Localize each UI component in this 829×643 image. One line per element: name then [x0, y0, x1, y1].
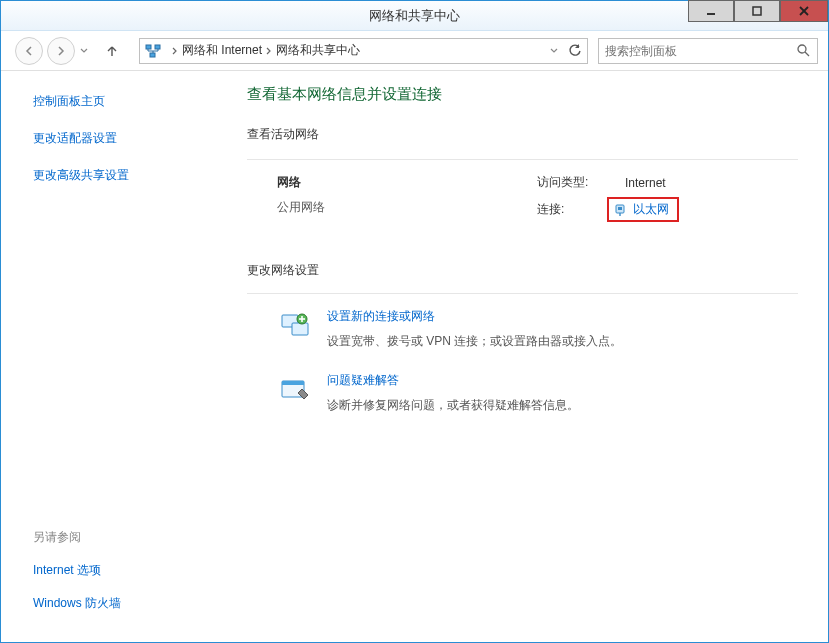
- ethernet-link-label: 以太网: [633, 201, 669, 218]
- access-type-label: 访问类型:: [537, 174, 607, 191]
- breadcrumb-item[interactable]: 网络和共享中心: [276, 42, 360, 59]
- ethernet-icon: [613, 203, 627, 217]
- troubleshoot-link[interactable]: 问题疑难解答: [327, 372, 579, 389]
- search-icon: [795, 43, 811, 59]
- ethernet-link[interactable]: 以太网: [607, 197, 679, 222]
- connection-label: 连接:: [537, 201, 607, 218]
- up-button[interactable]: [101, 40, 123, 62]
- forward-button[interactable]: [47, 37, 75, 65]
- setup-connection-link[interactable]: 设置新的连接或网络: [327, 308, 622, 325]
- history-dropdown[interactable]: [77, 47, 91, 55]
- chevron-right-icon: [170, 47, 180, 55]
- svg-point-7: [798, 45, 806, 53]
- active-networks-header: 查看活动网络: [247, 126, 798, 143]
- svg-line-8: [805, 52, 809, 56]
- window-controls: [688, 1, 828, 30]
- svg-rect-18: [282, 381, 304, 385]
- control-panel-home-link[interactable]: 控制面板主页: [33, 93, 215, 110]
- address-bar[interactable]: 网络和 Internet 网络和共享中心: [139, 38, 588, 64]
- change-settings-header: 更改网络设置: [247, 262, 798, 279]
- window-title: 网络和共享中心: [369, 7, 460, 25]
- access-type-value: Internet: [625, 176, 666, 190]
- network-type: 公用网络: [277, 199, 537, 216]
- refresh-button[interactable]: [567, 43, 583, 59]
- advanced-sharing-link[interactable]: 更改高级共享设置: [33, 167, 215, 184]
- svg-rect-6: [150, 53, 155, 57]
- see-also-header: 另请参阅: [33, 529, 215, 546]
- network-icon: [144, 42, 162, 60]
- minimize-button[interactable]: [688, 0, 734, 22]
- setup-connection-desc: 设置宽带、拨号或 VPN 连接；或设置路由器或接入点。: [327, 333, 622, 350]
- search-box[interactable]: [598, 38, 818, 64]
- main-panel: 查看基本网络信息并设置连接 查看活动网络 网络 公用网络 访问类型: Inter…: [229, 71, 828, 642]
- troubleshoot-task: 问题疑难解答 诊断并修复网络问题，或者获得疑难解答信息。: [247, 372, 798, 414]
- active-network: 网络 公用网络 访问类型: Internet 连接:: [247, 174, 798, 228]
- setup-connection-task: 设置新的连接或网络 设置宽带、拨号或 VPN 连接；或设置路由器或接入点。: [247, 308, 798, 350]
- breadcrumb-item[interactable]: 网络和 Internet: [182, 42, 262, 59]
- troubleshoot-desc: 诊断并修复网络问题，或者获得疑难解答信息。: [327, 397, 579, 414]
- change-adapter-link[interactable]: 更改适配器设置: [33, 130, 215, 147]
- titlebar: 网络和共享中心: [1, 1, 828, 31]
- maximize-button[interactable]: [734, 0, 780, 22]
- page-heading: 查看基本网络信息并设置连接: [247, 85, 798, 104]
- troubleshoot-icon: [277, 372, 313, 408]
- windows-firewall-link[interactable]: Windows 防火墙: [33, 595, 215, 612]
- sidebar: 控制面板主页 更改适配器设置 更改高级共享设置 另请参阅 Internet 选项…: [1, 71, 229, 642]
- address-dropdown[interactable]: [547, 47, 561, 55]
- svg-rect-13: [292, 323, 308, 335]
- setup-connection-icon: [277, 308, 313, 344]
- svg-rect-5: [155, 45, 160, 49]
- search-input[interactable]: [605, 44, 795, 58]
- back-button[interactable]: [15, 37, 43, 65]
- chevron-right-icon: [264, 47, 274, 55]
- divider: [247, 159, 798, 160]
- svg-rect-4: [146, 45, 151, 49]
- close-button[interactable]: [780, 0, 828, 22]
- toolbar: 网络和 Internet 网络和共享中心: [1, 31, 828, 71]
- window: 网络和共享中心: [0, 0, 829, 643]
- svg-rect-1: [753, 7, 761, 15]
- content: 控制面板主页 更改适配器设置 更改高级共享设置 另请参阅 Internet 选项…: [1, 71, 828, 642]
- svg-rect-10: [618, 207, 622, 210]
- divider: [247, 293, 798, 294]
- internet-options-link[interactable]: Internet 选项: [33, 562, 215, 579]
- network-name: 网络: [277, 174, 537, 191]
